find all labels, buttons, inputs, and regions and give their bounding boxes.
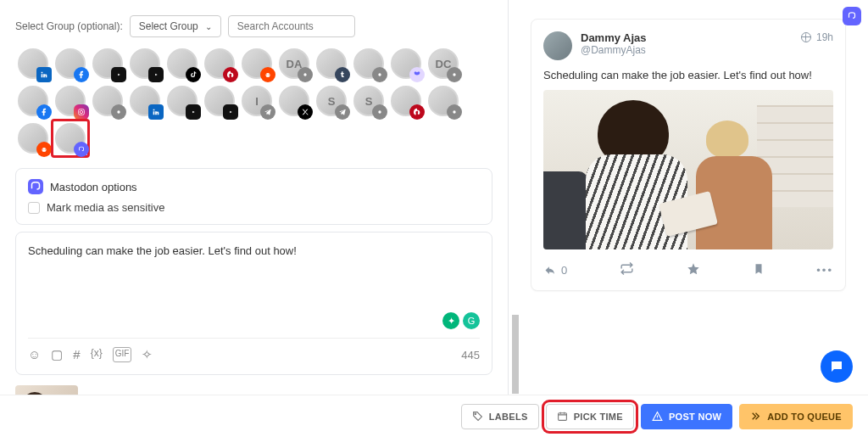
boost-action[interactable] bbox=[620, 261, 634, 278]
char-count: 445 bbox=[461, 349, 480, 361]
account-avatar[interactable] bbox=[164, 83, 200, 119]
account-avatar[interactable] bbox=[426, 83, 461, 119]
account-avatar[interactable] bbox=[127, 46, 163, 81]
account-avatar[interactable] bbox=[276, 83, 312, 119]
linkedin-icon bbox=[148, 104, 164, 120]
pinterest-icon bbox=[409, 104, 425, 120]
reply-icon bbox=[543, 264, 556, 277]
reddit-icon bbox=[36, 142, 52, 157]
svg-point-12 bbox=[42, 148, 43, 149]
pick-time-button[interactable]: PICK TIME bbox=[546, 404, 634, 429]
account-avatar[interactable] bbox=[388, 46, 424, 81]
youtube-icon bbox=[223, 104, 238, 120]
star-action[interactable] bbox=[687, 262, 700, 278]
bookmark-action[interactable] bbox=[753, 262, 765, 278]
svg-point-1 bbox=[266, 74, 267, 75]
add-to-queue-button[interactable]: ADD TO QUEUE bbox=[739, 404, 853, 429]
grammarly-icon[interactable]: G bbox=[463, 312, 480, 329]
account-avatar[interactable] bbox=[388, 83, 424, 119]
svg-point-14 bbox=[475, 413, 476, 415]
account-avatar[interactable] bbox=[53, 83, 88, 119]
account-avatar[interactable] bbox=[202, 46, 237, 81]
preview-author-handle: @DammyAjas bbox=[581, 44, 647, 56]
reply-action[interactable]: 0 bbox=[543, 264, 567, 277]
account-avatar[interactable]: I bbox=[239, 83, 275, 119]
mark-sensitive-row[interactable]: Mark media as sensitive bbox=[28, 201, 480, 214]
grey-icon bbox=[111, 104, 126, 120]
svg-point-10 bbox=[453, 110, 455, 113]
svg-point-0 bbox=[266, 73, 270, 77]
svg-point-13 bbox=[45, 148, 46, 149]
bookmark-icon bbox=[753, 262, 765, 276]
account-avatar[interactable] bbox=[202, 83, 237, 119]
search-accounts-input[interactable] bbox=[228, 15, 355, 37]
grey-icon bbox=[298, 67, 313, 82]
account-avatar[interactable] bbox=[239, 46, 275, 81]
mark-sensitive-checkbox[interactable] bbox=[28, 202, 40, 214]
scrollbar[interactable] bbox=[512, 0, 519, 394]
labels-button[interactable]: LABELS bbox=[461, 404, 539, 429]
tag-icon bbox=[472, 411, 483, 422]
account-avatar[interactable]: S bbox=[314, 83, 349, 119]
mastodon-icon bbox=[74, 142, 89, 157]
facebook-icon bbox=[74, 67, 89, 82]
svg-point-7 bbox=[80, 110, 82, 113]
chevron-down-icon: ⌄ bbox=[205, 22, 212, 31]
grey-icon bbox=[372, 67, 387, 82]
account-avatar[interactable] bbox=[314, 46, 349, 81]
svg-point-11 bbox=[42, 148, 47, 152]
ai-sparkles-icon[interactable]: ✧ bbox=[142, 347, 153, 362]
account-avatar[interactable] bbox=[53, 120, 88, 156]
preview-body: Scheduling can make the job easier. Let'… bbox=[543, 69, 833, 81]
account-avatar[interactable]: DA bbox=[276, 46, 312, 81]
svg-rect-15 bbox=[558, 413, 566, 421]
image-icon[interactable]: ▢ bbox=[51, 347, 63, 362]
youtube-icon bbox=[111, 67, 126, 82]
facebook-icon bbox=[36, 104, 52, 120]
attachment-thumbnail[interactable] bbox=[15, 385, 78, 395]
select-group-dropdown[interactable]: Select Group ⌄ bbox=[130, 15, 221, 37]
post-now-button[interactable]: POST NOW bbox=[641, 404, 732, 429]
emoji-icon[interactable]: ☺ bbox=[28, 347, 41, 362]
gif-icon[interactable]: GIF bbox=[113, 347, 132, 362]
grey-icon bbox=[447, 104, 462, 120]
account-avatar[interactable] bbox=[15, 120, 51, 156]
variable-icon[interactable]: {x} bbox=[91, 347, 103, 362]
reply-count: 0 bbox=[561, 264, 567, 277]
account-avatar[interactable] bbox=[15, 46, 51, 81]
account-avatar[interactable] bbox=[164, 46, 200, 81]
svg-point-9 bbox=[378, 110, 381, 113]
mastodon-options-panel: Mastodon options Mark media as sensitive bbox=[15, 168, 492, 225]
post-now-text: POST NOW bbox=[669, 412, 721, 422]
chat-icon bbox=[829, 359, 844, 374]
svg-point-8 bbox=[117, 110, 120, 113]
post-preview-card: Dammy Ajas @DammyAjas 19h Scheduling can… bbox=[531, 19, 846, 291]
account-avatar[interactable] bbox=[351, 46, 387, 81]
insta-icon bbox=[74, 104, 89, 120]
linkedin-icon bbox=[36, 67, 52, 82]
grey-icon bbox=[447, 67, 462, 82]
select-group-value: Select Group bbox=[139, 20, 198, 32]
attachments bbox=[15, 385, 492, 395]
account-avatar[interactable]: S bbox=[351, 83, 387, 119]
star-icon bbox=[687, 262, 700, 276]
tiktok-icon bbox=[186, 67, 201, 82]
account-avatar[interactable] bbox=[90, 46, 125, 81]
more-action[interactable]: ••• bbox=[816, 264, 833, 277]
reddit-icon bbox=[260, 67, 275, 82]
globe-icon bbox=[801, 32, 811, 42]
mastodon-icon bbox=[28, 179, 43, 194]
calendar-icon bbox=[557, 411, 568, 422]
grammar-aid-icon[interactable]: ✦ bbox=[442, 312, 459, 329]
compose-textarea[interactable]: Scheduling can make the job easier. Let'… bbox=[28, 244, 480, 304]
chat-fab[interactable] bbox=[821, 350, 853, 383]
account-avatar[interactable] bbox=[127, 83, 163, 119]
account-avatar[interactable] bbox=[53, 46, 88, 81]
pinterest-icon bbox=[223, 67, 238, 82]
account-avatar[interactable] bbox=[15, 83, 51, 119]
account-avatar[interactable] bbox=[90, 83, 125, 119]
xt-icon bbox=[298, 104, 313, 120]
hashtag-icon[interactable]: # bbox=[73, 347, 80, 362]
labels-text: LABELS bbox=[489, 412, 528, 422]
account-avatar[interactable]: DC bbox=[426, 46, 461, 81]
